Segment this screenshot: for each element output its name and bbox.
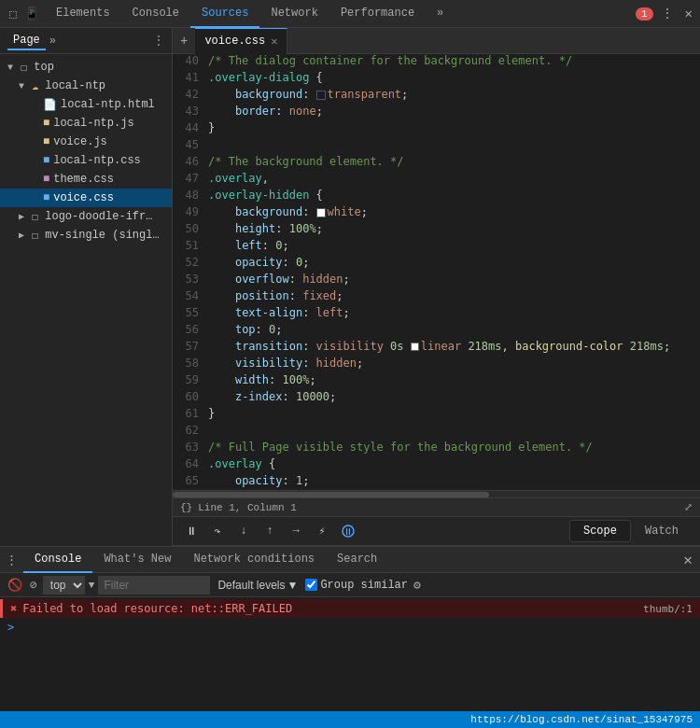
code-line-61: 61 } (173, 407, 700, 424)
url-display: https://blog.csdn.net/sinat_15347975 (470, 714, 693, 725)
btab-console[interactable]: Console (23, 547, 92, 573)
code-line-41: 41 .overlay-dialog { (173, 71, 700, 88)
context-selector[interactable]: top (43, 576, 85, 595)
sidebar-tree: ▼ ☐ top ▼ ☁ local-ntp 📄 local-ntp.html (0, 54, 172, 546)
expand-icon[interactable]: ⤢ (684, 501, 693, 513)
code-line-43: 43 border: none; (173, 105, 700, 121)
debug-tab-scope[interactable]: Scope (569, 520, 631, 542)
code-line-60: 60 z-index: 10000; (173, 390, 700, 407)
tree-item-local-ntp-css[interactable]: ■ local-ntp.css (0, 151, 172, 170)
settings-icon[interactable]: ⋮ (657, 4, 678, 23)
tab-sources[interactable]: Sources (190, 0, 259, 28)
step-into-button[interactable]: ↓ (232, 520, 255, 542)
levels-label: Default levels (217, 579, 285, 592)
btab-network-conditions[interactable]: Network conditions (182, 547, 326, 573)
editor-tab-voice-css[interactable]: voice.css ✕ (195, 28, 287, 54)
code-line-48: 48 .overlay-hidden { (173, 189, 700, 205)
editor-status-right: ⤢ (684, 501, 693, 513)
console-prompt-line[interactable]: > (0, 618, 700, 637)
code-line-57: 57 transition: visibility 0s linear 218m… (173, 340, 700, 357)
step-button[interactable]: → (285, 520, 307, 542)
code-line-49: 49 background: white; (173, 205, 700, 222)
editor-status-left: {} Line 1, Column 1 (180, 502, 297, 513)
tree-item-local-ntp[interactable]: ▼ ☁ local-ntp (0, 77, 172, 95)
code-line-45: 45 (173, 138, 700, 155)
console-filter-input[interactable] (98, 576, 210, 595)
code-line-56: 56 top: 0; (173, 323, 700, 340)
editor-area: + voice.css ✕ 40 /* The dialog container… (173, 28, 700, 546)
tree-item-local-ntp-js[interactable]: ■ local-ntp.js (0, 114, 172, 133)
code-line-55: 55 text-align: left; (173, 306, 700, 323)
btab-whats-new[interactable]: What's New (92, 547, 182, 573)
console-output: ✖ Failed to load resource: net::ERR_FAIL… (0, 597, 700, 711)
console-toolbar: 🚫 ⊘ top ▼ Default levels ▼ Group similar… (0, 573, 700, 597)
code-container[interactable]: 40 /* The dialog container for the backg… (173, 54, 700, 490)
console-settings-icon[interactable]: ⚙ (413, 578, 421, 593)
code-line-42: 42 background: transparent; (173, 88, 700, 105)
pause-on-exceptions-button[interactable]: ⏸ (337, 520, 359, 542)
tree-item-logo-doodle[interactable]: ▶ ☐ logo-doodle-ifr… (0, 207, 172, 226)
code-line-51: 51 left: 0; (173, 239, 700, 256)
default-levels-button[interactable]: Default levels ▼ (214, 577, 301, 594)
group-similar-label[interactable]: Group similar (305, 579, 408, 592)
tree-item-mv-single[interactable]: ▶ ☐ mv-single (singl… (0, 226, 172, 245)
step-over-button[interactable]: ↷ (206, 520, 229, 542)
btab-search[interactable]: Search (326, 547, 388, 573)
close-devtools-icon[interactable]: ✕ (681, 4, 696, 23)
clear-console-icon[interactable]: 🚫 (6, 576, 24, 595)
tree-item-top[interactable]: ▼ ☐ top (0, 58, 172, 77)
tree-item-voice-css[interactable]: ■ voice.css (0, 189, 172, 207)
scrollbar-thumb[interactable] (173, 492, 489, 497)
tree-item-local-ntp-html[interactable]: 📄 local-ntp.html (0, 95, 172, 114)
pause-resume-button[interactable]: ⏸ (180, 520, 203, 542)
code-line-50: 50 height: 100%; (173, 222, 700, 239)
tab-console[interactable]: Console (121, 0, 190, 28)
code-line-59: 59 width: 100%; (173, 373, 700, 390)
context-arrow: ▼ (89, 580, 95, 591)
code-line-62: 62 (173, 424, 700, 441)
code-line-65: 65 opacity: 1; (173, 474, 700, 490)
horizontal-scrollbar[interactable] (173, 490, 700, 497)
group-similar-text: Group similar (320, 579, 408, 592)
group-similar-checkbox[interactable] (305, 579, 317, 591)
code-line-58: 58 visibility: hidden; (173, 357, 700, 373)
error-badge: 1 (636, 7, 653, 21)
bottom-panel-menu-icon[interactable]: ⋮ (4, 551, 20, 569)
debug-tab-watch[interactable]: Watch (631, 520, 693, 542)
deactivate-breakpoints-button[interactable]: ⚡ (311, 520, 333, 542)
sidebar-header: Page » ⋮ (0, 28, 172, 54)
info-bar: https://blog.csdn.net/sinat_15347975 (0, 711, 700, 728)
code-line-47: 47 .overlay, (173, 172, 700, 189)
code-line-63: 63 /* Full Page visible style for the ba… (173, 441, 700, 457)
sidebar-more-tabs[interactable]: » (49, 35, 56, 48)
code-line-44: 44 } (173, 121, 700, 138)
code-line-53: 53 overflow: hidden; (173, 273, 700, 289)
device-icon[interactable]: 📱 (22, 5, 41, 23)
bottom-panel: ⋮ Console What's New Network conditions … (0, 546, 700, 728)
code-line-52: 52 opacity: 0; (173, 256, 700, 273)
tab-more[interactable]: » (426, 0, 455, 28)
bottom-panel-close[interactable]: ✕ (676, 551, 700, 569)
error-message-text: Failed to load resource: net::ERR_FAILED (22, 602, 292, 615)
bottom-tabs: ⋮ Console What's New Network conditions … (0, 547, 700, 573)
tab-network[interactable]: Network (259, 0, 329, 28)
top-tab-bar: ⬚ 📱 Elements Console Sources Network Per… (0, 0, 700, 28)
step-out-button[interactable]: ↑ (259, 520, 281, 542)
main-area: Page » ⋮ ▼ ☐ top ▼ ☁ local-ntp (0, 28, 700, 546)
sidebar-menu-icon[interactable]: ⋮ (153, 34, 164, 48)
editor-add-tab[interactable]: + (173, 34, 195, 49)
devtools-icons: ⬚ 📱 (0, 5, 45, 23)
tree-item-voice-js[interactable]: ■ voice.js (0, 133, 172, 151)
error-source[interactable]: thumb/:1 (643, 603, 693, 615)
editor-tab-bar: + voice.css ✕ (173, 28, 700, 54)
inspect-icon[interactable]: ⬚ (4, 5, 22, 23)
debug-toolbar: ⏸ ↷ ↓ ↑ → ⚡ ⏸ Scope Watch (173, 516, 700, 546)
console-prompt-icon: > (7, 621, 14, 634)
tab-performance[interactable]: Performance (329, 0, 426, 28)
sidebar-tab-page[interactable]: Page (7, 32, 46, 50)
tree-item-theme-css[interactable]: ■ theme.css (0, 170, 172, 189)
editor-tab-close[interactable]: ✕ (271, 35, 277, 49)
tab-elements[interactable]: Elements (45, 0, 121, 28)
code-line-40: 40 /* The dialog container for the backg… (173, 54, 700, 71)
stop-icon[interactable]: ⊘ (28, 576, 39, 595)
